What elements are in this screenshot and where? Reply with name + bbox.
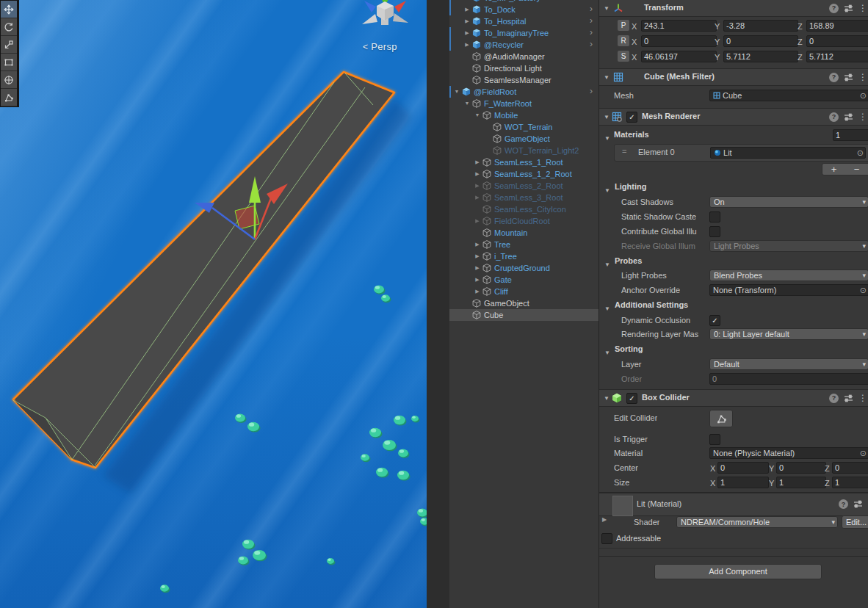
hierarchy-item-cube[interactable]: Cube — [449, 309, 598, 321]
kebab-menu-icon[interactable]: ⋮ — [858, 72, 867, 82]
is-trigger-checkbox[interactable] — [709, 434, 720, 445]
scene-orientation-gizmo[interactable] — [362, 0, 408, 25]
foldout-icon[interactable]: ▼ — [604, 395, 610, 402]
rotation-x-field[interactable]: 0 — [641, 35, 717, 47]
size-y-field[interactable]: 1 — [776, 477, 826, 488]
hierarchy-item-fieldcloudroot[interactable]: ▶FieldCloudRoot — [449, 215, 598, 227]
rotation-mode-button[interactable]: R — [618, 35, 629, 46]
expand-arrow-icon[interactable]: ▶ — [473, 192, 482, 203]
component-enabled-checkbox[interactable]: ✓ — [626, 112, 637, 123]
physic-material-field[interactable]: None (Physic Material)⊙ — [709, 447, 868, 459]
kebab-menu-icon[interactable]: ⋮ — [858, 112, 867, 122]
presets-icon[interactable] — [853, 499, 863, 509]
object-picker-icon[interactable]: ⊙ — [857, 148, 864, 159]
expand-arrow-icon[interactable]: ▶ — [473, 168, 482, 180]
expand-arrow-icon[interactable]: ▶ — [463, 15, 471, 27]
object-picker-icon[interactable]: ⊙ — [860, 285, 867, 296]
hierarchy-item--audiomanager[interactable]: @AudioManager — [449, 51, 598, 62]
hierarchy-item-tree[interactable]: ▶Tree — [449, 239, 598, 250]
selected-cube-mesh[interactable] — [13, 72, 394, 468]
expand-arrow-icon[interactable]: ▶ — [473, 156, 482, 168]
hierarchy-item-gameobject[interactable]: GameObject — [449, 133, 598, 145]
position-x-field[interactable]: 243.1 — [641, 20, 717, 32]
size-z-field[interactable]: 1 — [832, 477, 868, 488]
hierarchy-panel[interactable]: ▶To_MP_Factory›▶To_Dock›▶To_Hospital›▶To… — [449, 0, 598, 608]
contribute-gi-checkbox[interactable] — [709, 226, 720, 237]
position-y-field[interactable]: -3.28 — [723, 20, 798, 32]
scene-view[interactable]: <Persp — [0, 0, 427, 608]
prefab-open-chevron[interactable]: › — [590, 4, 593, 15]
hierarchy-item-cruptedground[interactable]: ▶CruptedGround — [449, 262, 598, 274]
hierarchy-item-seamless-cityicon[interactable]: SeamLess_CityIcon — [449, 203, 598, 215]
collapse-arrow-icon[interactable]: ▼ — [473, 109, 482, 121]
probes-foldout[interactable]: ▼Probes — [599, 255, 868, 267]
hierarchy-item-seamless-2-root[interactable]: ▶SeamLess_2_Root — [449, 180, 598, 192]
addressable-checkbox[interactable] — [601, 533, 612, 544]
material-preview[interactable] — [612, 496, 633, 516]
hierarchy-item-to-imaginarytree[interactable]: ▶To_ImaginaryTree› — [449, 27, 598, 39]
expand-arrow-icon[interactable]: ▶ — [473, 286, 482, 297]
foldout-icon[interactable]: ▼ — [604, 114, 610, 120]
materials-count-field[interactable]: 1 — [833, 129, 868, 141]
hierarchy-item-seamless-3-root[interactable]: ▶SeamLess_3_Root — [449, 192, 598, 203]
presets-icon[interactable] — [844, 394, 853, 403]
hierarchy-item-to-dock[interactable]: ▶To_Dock› — [449, 4, 598, 15]
hierarchy-item-wot-terrain-light2[interactable]: WOT_Terrain_Light2 — [449, 145, 598, 156]
lighting-foldout[interactable]: ▼Lighting — [599, 181, 868, 193]
scale-y-field[interactable]: 5.7112 — [723, 51, 798, 62]
help-icon[interactable]: ? — [829, 394, 839, 403]
object-picker-icon[interactable]: ⊙ — [860, 90, 867, 101]
hierarchy-item-cliff[interactable]: ▶Cliff — [449, 286, 598, 297]
hierarchy-item-gameobject[interactable]: GameObject — [449, 297, 598, 309]
shader-edit-button[interactable]: Edit... — [842, 515, 868, 529]
prefab-open-chevron[interactable]: › — [590, 86, 593, 97]
hierarchy-item-seamlessmanager[interactable]: SeamlessManager — [449, 74, 598, 86]
foldout-icon[interactable]: ▼ — [604, 5, 610, 12]
expand-arrow-icon[interactable]: ▶ — [463, 4, 471, 15]
drag-handle-icon[interactable]: = — [622, 147, 626, 156]
rotation-z-field[interactable]: 0 — [806, 35, 868, 47]
hierarchy-item--recycler[interactable]: ▶@Recycler› — [449, 39, 598, 51]
dynamic-occlusion-checkbox[interactable]: ✓ — [709, 315, 720, 326]
foldout-icon[interactable]: ▼ — [604, 74, 610, 81]
collapse-arrow-icon[interactable]: ▼ — [463, 98, 471, 109]
rendering-layer-dropdown[interactable]: 0: Light Layer default▾ — [709, 328, 868, 340]
hierarchy-item-mountain[interactable]: Mountain — [449, 227, 598, 239]
position-z-field[interactable]: 168.89 — [806, 20, 868, 32]
center-z-field[interactable]: 0 — [832, 462, 868, 474]
additional-settings-foldout[interactable]: ▼Additional Settings — [599, 299, 868, 311]
hierarchy-item-f-waterroot[interactable]: ▼F_WaterRoot — [449, 98, 598, 109]
mesh-renderer-header[interactable]: ▼ ✓ Mesh Renderer ? ⋮ — [599, 108, 868, 126]
shader-dropdown[interactable]: NDREAM/Common/Hole▾ — [676, 516, 838, 528]
transform-tool-button[interactable] — [1, 71, 17, 89]
scale-mode-button[interactable]: S — [618, 51, 629, 62]
prefab-open-chevron[interactable]: › — [590, 15, 593, 26]
prefab-open-chevron[interactable]: › — [590, 27, 593, 38]
prefab-open-chevron[interactable]: › — [590, 0, 593, 3]
center-x-field[interactable]: 0 — [717, 462, 769, 474]
scale-x-field[interactable]: 46.06197 — [641, 51, 717, 62]
hierarchy-item-mobile[interactable]: ▼Mobile — [449, 109, 598, 121]
rotation-y-field[interactable]: 0 — [723, 35, 798, 47]
prefab-open-chevron[interactable]: › — [590, 39, 593, 50]
scale-tool-button[interactable] — [1, 36, 17, 54]
hierarchy-item-to-hospital[interactable]: ▶To_Hospital› — [449, 15, 598, 27]
sorting-layer-dropdown[interactable]: Default▾ — [709, 358, 868, 370]
hierarchy-item-seamless-1-2-root[interactable]: ▶SeamLess_1_2_Root — [449, 168, 598, 180]
component-enabled-checkbox[interactable]: ✓ — [626, 393, 637, 404]
hierarchy-item-wot-terrain[interactable]: WOT_Terrain — [449, 121, 598, 133]
expand-arrow-icon[interactable]: ▶ — [473, 274, 482, 286]
expand-arrow-icon[interactable]: ▶ — [473, 215, 482, 227]
hierarchy-item-directional-light[interactable]: Directional Light — [449, 62, 598, 74]
material-header[interactable]: Lit (Material) ? — [599, 493, 868, 516]
center-y-field[interactable]: 0 — [776, 462, 826, 474]
hierarchy-item-i-tree[interactable]: ▶i_Tree — [449, 250, 598, 262]
help-icon[interactable]: ? — [839, 499, 848, 509]
custom-tool-button[interactable] — [1, 89, 17, 106]
remove-element-button[interactable]: − — [845, 164, 868, 175]
light-probes-dropdown[interactable]: Blend Probes▾ — [709, 269, 868, 281]
edit-collider-button[interactable] — [709, 410, 733, 427]
scale-z-field[interactable]: 5.7112 — [806, 51, 868, 62]
mesh-object-field[interactable]: Cube ⊙ — [709, 90, 868, 101]
position-mode-button[interactable]: P — [618, 20, 629, 31]
